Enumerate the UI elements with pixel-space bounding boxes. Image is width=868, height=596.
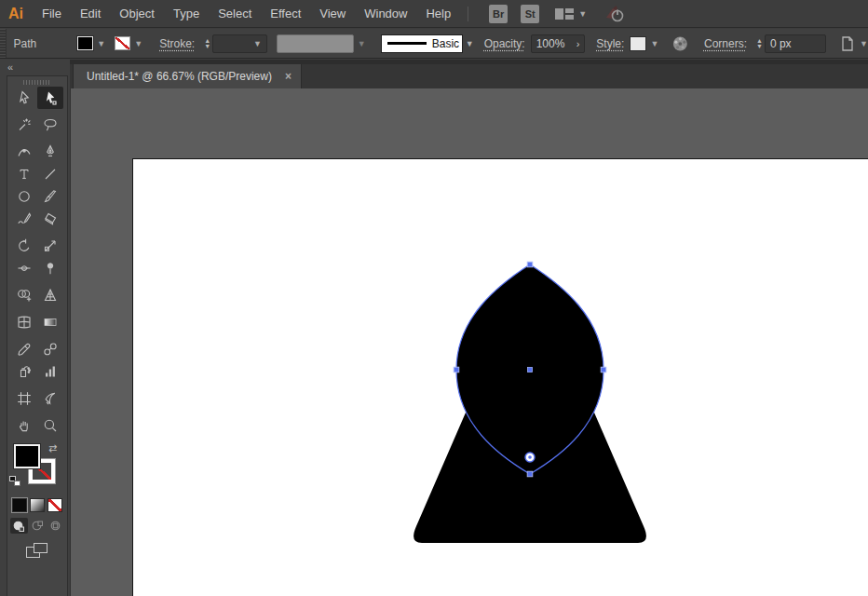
corners-field[interactable]: 0 px xyxy=(765,34,826,53)
gradient-button[interactable] xyxy=(30,498,45,512)
stroke-color-control[interactable]: ▼ xyxy=(115,36,142,50)
menu-item-file[interactable]: File xyxy=(33,0,71,27)
toolbar-rail: « ⇄ xyxy=(0,60,70,596)
draw-inside-mode-button[interactable] xyxy=(47,518,65,534)
symbol-sprayer-tool[interactable] xyxy=(11,360,37,383)
stroke-none-swatch[interactable] xyxy=(115,36,130,50)
fill-stroke-indicator: ⇄ xyxy=(7,442,67,496)
menu-item-effect[interactable]: Effect xyxy=(261,0,310,27)
recolor-artwork-icon[interactable] xyxy=(671,34,689,53)
canvas-pasteboard[interactable] xyxy=(70,88,868,596)
style-label[interactable]: Style: xyxy=(596,37,624,50)
collapse-toolbar-icon[interactable]: « xyxy=(7,61,13,73)
anchor-point-handle[interactable] xyxy=(601,367,606,372)
perspective-grid-tool[interactable] xyxy=(37,284,63,306)
shape-builder-tool[interactable] xyxy=(11,284,37,306)
direct-selection-tool[interactable] xyxy=(37,87,63,109)
line-segment-tool[interactable] xyxy=(37,163,63,185)
graphic-style-control[interactable]: ▼ xyxy=(630,36,658,51)
puppet-warp-tool[interactable] xyxy=(37,257,63,279)
zoom-tool[interactable] xyxy=(37,414,63,437)
stroke-weight-dropdown[interactable]: ▼ xyxy=(212,34,267,53)
workspace-switcher-icon xyxy=(554,7,575,21)
draw-behind-mode-button[interactable] xyxy=(29,518,47,534)
scale-tool[interactable] xyxy=(37,235,63,257)
close-tab-icon[interactable]: × xyxy=(285,70,292,83)
menu-item-view[interactable]: View xyxy=(310,0,355,27)
document-tab[interactable]: Untitled-1* @ 66.67% (RGB/Preview) × xyxy=(73,64,302,88)
menu-item-edit[interactable]: Edit xyxy=(71,0,110,27)
stroke-label[interactable]: Stroke: xyxy=(159,37,195,50)
bridge-button[interactable]: Br xyxy=(489,5,508,23)
swap-fill-stroke-icon[interactable]: ⇄ xyxy=(48,442,57,454)
color-type-row xyxy=(7,498,67,512)
curvature-tool[interactable] xyxy=(11,141,37,163)
brush-dropdown-chevron[interactable]: ▼ xyxy=(463,34,477,53)
menu-item-select[interactable]: Select xyxy=(209,0,261,27)
fill-indicator[interactable] xyxy=(14,444,40,468)
brush-definition-field[interactable]: Basic xyxy=(381,34,463,53)
eyedropper-tool[interactable] xyxy=(11,338,37,360)
column-graph-tool[interactable] xyxy=(37,360,63,383)
width-tool[interactable] xyxy=(11,257,37,279)
blend-tool[interactable] xyxy=(37,338,63,360)
slice-tool[interactable] xyxy=(37,387,63,410)
menu-item-object[interactable]: Object xyxy=(110,0,164,27)
fill-color-swatch[interactable] xyxy=(77,36,93,50)
draw-normal-mode-button[interactable] xyxy=(10,518,28,534)
stroke-weight-stepper[interactable]: ▲▼ xyxy=(204,38,210,49)
menu-item-type[interactable]: Type xyxy=(164,0,209,27)
paintbrush-tool[interactable] xyxy=(37,185,63,208)
ellipse-tool[interactable] xyxy=(11,185,37,208)
magic-wand-tool[interactable] xyxy=(11,114,37,136)
drawing-modes-row xyxy=(7,518,67,534)
selection-tool[interactable] xyxy=(11,87,37,109)
eraser-tool[interactable] xyxy=(37,208,63,230)
mesh-tool[interactable] xyxy=(11,311,37,333)
corners-stepper[interactable]: ▲▼ xyxy=(756,38,763,49)
menu-item-window[interactable]: Window xyxy=(355,0,416,27)
toolbar-grip[interactable] xyxy=(23,80,51,85)
stock-button[interactable]: St xyxy=(521,5,539,23)
document-tab-title: Untitled-1* @ 66.67% (RGB/Preview) xyxy=(87,70,272,83)
illustrator-window: Ai FileEditObjectTypeSelectEffectViewWin… xyxy=(0,0,868,596)
fill-color-control[interactable]: ▼ xyxy=(77,36,105,50)
anchor-point-handle[interactable] xyxy=(527,262,533,267)
change-screen-mode-icon[interactable] xyxy=(26,543,48,560)
gradient-tool[interactable] xyxy=(37,311,63,333)
chevron-down-icon[interactable]: ▼ xyxy=(97,39,105,48)
menus: FileEditObjectTypeSelectEffectViewWindow… xyxy=(33,0,460,27)
chevron-down-icon[interactable]: ▼ xyxy=(134,39,142,48)
center-point-handle[interactable] xyxy=(528,368,533,372)
artwork-layer[interactable] xyxy=(133,159,868,596)
color-button[interactable] xyxy=(12,498,27,512)
submenu-arrow-icon[interactable]: › xyxy=(576,38,580,49)
artboard-tool[interactable] xyxy=(11,387,37,410)
rotate-tool[interactable] xyxy=(11,235,37,257)
none-button[interactable] xyxy=(47,498,62,512)
chevron-down-icon[interactable]: ▼ xyxy=(650,39,658,48)
shaper-tool[interactable] xyxy=(11,208,37,230)
document-setup-control[interactable]: ▼ xyxy=(839,35,868,52)
default-fill-stroke-icon[interactable] xyxy=(9,476,20,486)
document-setup-icon xyxy=(839,35,856,52)
width-profile-dropdown xyxy=(277,34,354,53)
hand-tool[interactable] xyxy=(11,414,37,437)
chevron-down-icon: ▼ xyxy=(358,39,366,48)
gpu-performance-icon[interactable] xyxy=(604,5,626,23)
corners-label[interactable]: Corners: xyxy=(704,37,747,50)
type-tool[interactable] xyxy=(11,163,37,185)
graphic-style-swatch[interactable] xyxy=(630,36,646,51)
menu-bar: Ai FileEditObjectTypeSelectEffectViewWin… xyxy=(0,0,868,28)
lasso-tool[interactable] xyxy=(37,114,63,136)
control-bar-grip[interactable] xyxy=(0,29,7,58)
anchor-point-handle[interactable] xyxy=(454,367,459,372)
opacity-label[interactable]: Opacity: xyxy=(484,37,525,50)
tools-grid xyxy=(7,87,67,437)
pen-tool[interactable] xyxy=(37,141,63,163)
opacity-field[interactable]: 100% › xyxy=(531,34,586,53)
workspace-switcher[interactable]: ▼ xyxy=(554,7,587,21)
artboard[interactable] xyxy=(132,158,868,596)
anchor-point-handle[interactable] xyxy=(527,471,533,477)
menu-item-help[interactable]: Help xyxy=(416,0,460,27)
